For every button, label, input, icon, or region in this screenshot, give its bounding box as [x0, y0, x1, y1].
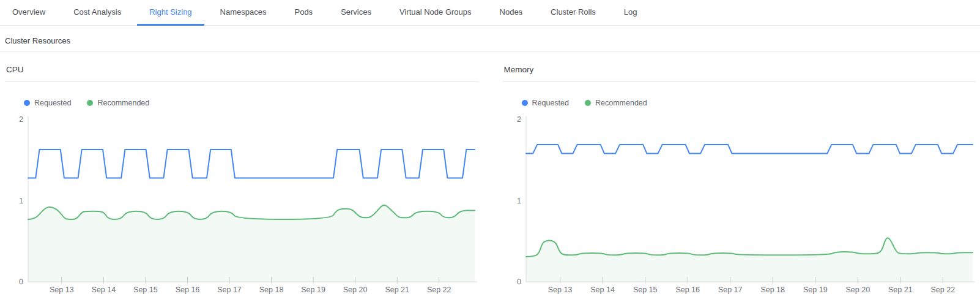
cpu-panel: CPU Requested Recommended 012Sep 13Sep 1… [5, 65, 478, 295]
legend-label: Recommended [595, 99, 647, 107]
tab-services[interactable]: Services [329, 0, 384, 26]
charts-row: CPU Requested Recommended 012Sep 13Sep 1… [0, 65, 980, 295]
memory-chart-canvas: 012Sep 13Sep 14Sep 15Sep 16Sep 17Sep 18S… [503, 111, 976, 295]
requested-dot-icon [24, 100, 30, 106]
svg-text:Sep 19: Sep 19 [803, 286, 827, 294]
tab-pods[interactable]: Pods [282, 0, 325, 26]
svg-text:Sep 20: Sep 20 [845, 286, 870, 294]
svg-text:Sep 13: Sep 13 [50, 286, 74, 294]
legend-item-recommended[interactable]: Recommended [585, 99, 647, 107]
tab-right-sizing[interactable]: Right Sizing [137, 0, 204, 26]
tab-bar: Overview Cost Analysis Right Sizing Name… [0, 0, 980, 26]
tab-virtual-node-groups[interactable]: Virtual Node Groups [387, 0, 484, 26]
svg-text:Sep 17: Sep 17 [217, 286, 242, 294]
memory-panel: Memory Requested Recommended 012Sep 13Se… [503, 65, 976, 295]
svg-text:Sep 16: Sep 16 [176, 286, 200, 294]
svg-text:Sep 18: Sep 18 [760, 286, 785, 294]
svg-text:Sep 17: Sep 17 [718, 286, 742, 294]
tab-cluster-rolls[interactable]: Cluster Rolls [538, 0, 608, 26]
svg-text:Sep 22: Sep 22 [427, 286, 451, 294]
tab-namespaces[interactable]: Namespaces [208, 0, 279, 26]
legend-item-recommended[interactable]: Recommended [87, 99, 149, 107]
cpu-chart-canvas: 012Sep 13Sep 14Sep 15Sep 16Sep 17Sep 18S… [5, 111, 478, 295]
svg-text:2: 2 [19, 115, 23, 124]
svg-text:0: 0 [19, 278, 23, 286]
svg-text:Sep 14: Sep 14 [92, 286, 116, 294]
requested-dot-icon [522, 100, 528, 106]
cpu-chart[interactable]: 012Sep 13Sep 14Sep 15Sep 16Sep 17Sep 18S… [5, 111, 478, 295]
tab-cost-analysis[interactable]: Cost Analysis [61, 0, 133, 26]
legend-label: Recommended [97, 99, 149, 107]
svg-text:1: 1 [19, 197, 23, 205]
recommended-dot-icon [585, 100, 591, 106]
svg-text:0: 0 [517, 278, 521, 286]
svg-text:Sep 22: Sep 22 [930, 286, 955, 294]
svg-text:Sep 19: Sep 19 [301, 286, 325, 294]
cpu-legend: Requested Recommended [24, 99, 478, 107]
svg-text:Sep 13: Sep 13 [548, 286, 572, 294]
memory-chart-title: Memory [503, 65, 976, 81]
tab-overview[interactable]: Overview [0, 0, 58, 26]
legend-label: Requested [34, 99, 71, 107]
legend-item-requested[interactable]: Requested [24, 99, 71, 107]
cluster-resources-header: Cluster Resources [0, 26, 980, 51]
svg-text:Sep 20: Sep 20 [343, 286, 368, 294]
section-title: Cluster Resources [5, 36, 975, 45]
svg-text:Sep 15: Sep 15 [633, 286, 657, 294]
svg-text:Sep 21: Sep 21 [888, 286, 912, 294]
svg-text:Sep 14: Sep 14 [590, 286, 615, 294]
tab-log[interactable]: Log [612, 0, 650, 26]
right-sizing-page: Overview Cost Analysis Right Sizing Name… [0, 0, 980, 299]
tab-nodes[interactable]: Nodes [488, 0, 535, 26]
memory-chart[interactable]: 012Sep 13Sep 14Sep 15Sep 16Sep 17Sep 18S… [503, 111, 976, 295]
memory-legend: Requested Recommended [522, 99, 976, 107]
svg-text:1: 1 [517, 197, 521, 205]
svg-text:Sep 18: Sep 18 [259, 286, 284, 294]
cpu-chart-title: CPU [5, 65, 478, 81]
svg-text:Sep 15: Sep 15 [133, 286, 158, 294]
recommended-dot-icon [87, 100, 93, 106]
svg-text:2: 2 [517, 115, 521, 124]
legend-item-requested[interactable]: Requested [522, 99, 569, 107]
svg-text:Sep 16: Sep 16 [675, 286, 700, 294]
legend-label: Requested [532, 99, 569, 107]
svg-text:Sep 21: Sep 21 [385, 286, 409, 294]
